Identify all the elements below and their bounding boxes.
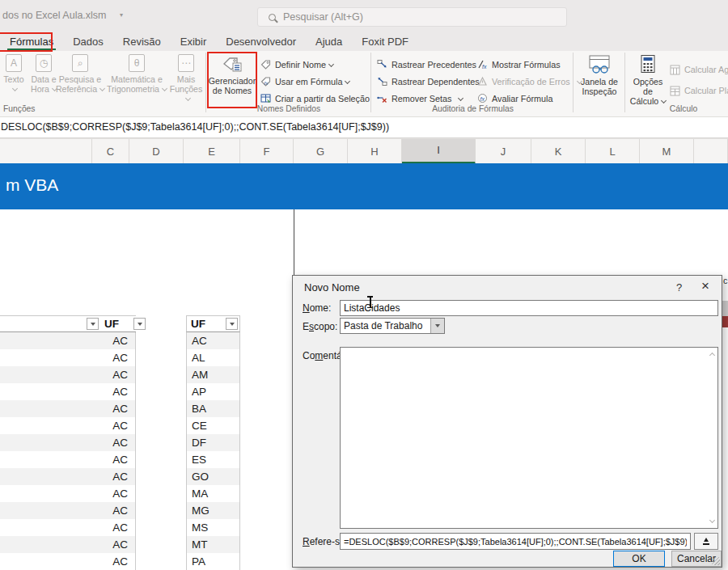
column-header-L[interactable]: L <box>586 139 640 164</box>
formula-bar[interactable]: DESLOC($B$9;CORRESP($J$9;Tabela3614[UF];… <box>0 117 728 138</box>
uf-cell[interactable]: AC <box>102 519 136 536</box>
ribbon-button-pesquisa-e-referencia[interactable]: ⌕ Pesquisa eReferência <box>55 54 105 94</box>
resize-grip[interactable] <box>712 557 720 565</box>
tag-fx-icon: fx <box>260 76 271 87</box>
left-table-cell[interactable] <box>0 383 102 400</box>
left-table-cell[interactable] <box>0 502 102 519</box>
uf-cell[interactable]: CE <box>186 417 240 434</box>
uf-cell[interactable]: AC <box>102 383 136 400</box>
uf-cell[interactable]: AM <box>186 366 240 383</box>
uf-cell[interactable]: AC <box>102 417 136 434</box>
tab-label: Fórmulas <box>10 36 53 48</box>
calculate-now-icon <box>670 65 680 75</box>
uf-cell[interactable]: AC <box>102 553 136 570</box>
column-header-K[interactable]: K <box>531 139 586 164</box>
watch-window-button[interactable]: Janela deInspeção <box>576 54 623 96</box>
more-functions-icon: ⋯ <box>178 54 194 72</box>
help-icon[interactable]: ? <box>676 281 682 293</box>
filter-icon <box>138 323 142 326</box>
trace-precedents-button[interactable]: Rastrear Precedentes <box>377 56 480 73</box>
use-in-formula-button[interactable]: fx Usar em Fórmula <box>260 73 370 90</box>
left-table-cell[interactable] <box>0 366 102 383</box>
uf-cell[interactable]: MS <box>186 519 240 536</box>
name-manager-button[interactable]: Gerenciadorde Nomes <box>210 54 255 95</box>
column-header-J[interactable]: J <box>476 139 531 164</box>
tab-dados[interactable]: Dados <box>63 32 113 51</box>
uf-cell[interactable]: GO <box>186 468 240 485</box>
uf-cell[interactable]: MA <box>186 485 240 502</box>
uf-cell[interactable]: AC <box>102 468 136 485</box>
ribbon-button-matematica-e-trigonometria[interactable]: θ Matemática eTrigonometria <box>104 54 170 94</box>
tab-fórmulas[interactable]: Fórmulas <box>0 32 63 51</box>
column-header-F[interactable]: F <box>240 139 294 164</box>
left-table-cell[interactable] <box>0 332 102 349</box>
left-table-cell[interactable] <box>0 519 102 536</box>
left-table-cell[interactable] <box>0 349 102 366</box>
scope-value: Pasta de Trabalho <box>344 320 422 331</box>
uf-cell[interactable]: BA <box>186 400 240 417</box>
filter-dropdown-button[interactable] <box>226 318 238 330</box>
left-table-cell[interactable] <box>0 468 102 485</box>
column-header-blank[interactable] <box>694 139 728 164</box>
banner-text: m VBA <box>6 175 58 195</box>
dropdown-button[interactable] <box>430 319 444 333</box>
left-table-cell[interactable] <box>0 536 102 553</box>
ribbon-button-texto[interactable]: A Texto <box>1 54 27 94</box>
uf-cell[interactable]: AC <box>102 502 136 519</box>
define-name-button[interactable]: Definir Nome <box>260 56 370 73</box>
uf-cell[interactable]: AC <box>102 366 136 383</box>
column-header-C[interactable]: C <box>92 139 129 164</box>
refers-to-field[interactable] <box>340 533 691 550</box>
trace-dependents-button[interactable]: Rastrear Dependentes <box>377 73 480 90</box>
ribbon-button-mais-funcoes[interactable]: ⋯ MaisFunções <box>168 54 204 103</box>
formula-text: DESLOC($B$9;CORRESP($J$9;Tabela3614[UF];… <box>1 117 389 137</box>
left-table-cell[interactable] <box>0 451 102 468</box>
tab-ajuda[interactable]: Ajuda <box>306 32 352 51</box>
uf-cell[interactable]: AC <box>102 434 136 451</box>
uf-cell[interactable]: ES <box>186 451 240 468</box>
column-header-blank[interactable] <box>0 139 92 164</box>
search-input[interactable]: Pesquisar (Alt+G) <box>257 7 567 27</box>
uf-cell[interactable]: AC <box>102 400 136 417</box>
uf-cell[interactable]: AC <box>186 332 240 349</box>
left-table-cell[interactable] <box>0 417 102 434</box>
left-table-cell[interactable] <box>0 434 102 451</box>
uf-cell[interactable]: MG <box>186 502 240 519</box>
uf-cell[interactable]: AC <box>102 349 136 366</box>
tab-desenvolvedor[interactable]: Desenvolvedor <box>216 32 306 51</box>
comment-field[interactable] <box>340 347 718 529</box>
uf-cell[interactable]: PA <box>186 553 240 570</box>
column-header-D[interactable]: D <box>129 139 184 164</box>
name-field[interactable] <box>340 300 718 316</box>
close-icon[interactable]: × <box>701 278 709 294</box>
uf-cell[interactable]: AC <box>102 451 136 468</box>
uf-cell[interactable]: AP <box>186 383 240 400</box>
left-table-cell[interactable] <box>0 400 102 417</box>
left-table-cell[interactable] <box>0 553 102 570</box>
tab-exibir[interactable]: Exibir <box>171 32 217 51</box>
uf-cell[interactable]: AC <box>102 332 136 349</box>
column-header-H[interactable]: H <box>348 139 402 164</box>
scope-dropdown[interactable]: Pasta de Trabalho <box>340 318 445 334</box>
tab-foxit-pdf[interactable]: Foxit PDF <box>352 32 418 51</box>
sort-filter-button[interactable] <box>133 318 146 330</box>
ribbon: A Texto ◷ Data eHora ⌕ Pesquisa eReferên… <box>0 51 728 117</box>
uf-cell[interactable]: MT <box>186 536 240 553</box>
uf-cell[interactable]: AC <box>102 536 136 553</box>
uf-cell[interactable]: AC <box>102 485 136 502</box>
uf-cell[interactable]: AL <box>186 349 240 366</box>
column-header-M[interactable]: M <box>640 139 694 164</box>
column-header-E[interactable]: E <box>184 139 240 164</box>
tab-revisão[interactable]: Revisão <box>113 32 171 51</box>
left-table-cell[interactable] <box>0 485 102 502</box>
column-header-G[interactable]: G <box>294 139 348 164</box>
sort-filter-button[interactable] <box>87 318 99 330</box>
show-formulas-button[interactable]: fx Mostrar Fórmulas <box>477 56 582 73</box>
uf-cell[interactable]: DF <box>186 434 240 451</box>
collapse-dialog-button[interactable] <box>694 533 718 550</box>
scroll-up-icon[interactable] <box>709 353 715 358</box>
column-header-I[interactable]: I <box>402 139 476 164</box>
scroll-down-icon[interactable] <box>709 517 715 523</box>
ok-button[interactable]: OK <box>613 551 665 567</box>
calculation-options-button[interactable]: Opções deCálculo <box>628 54 668 106</box>
